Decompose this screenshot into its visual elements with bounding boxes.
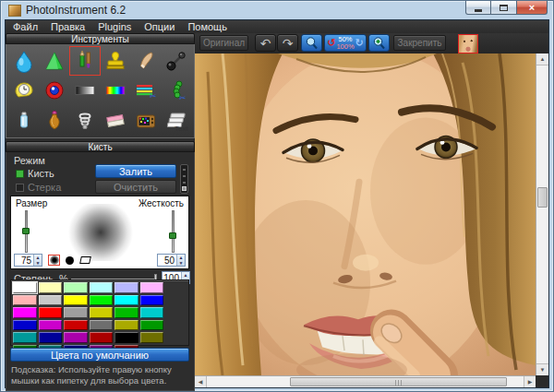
scroll-up-icon[interactable]: ▲ (536, 53, 548, 65)
clear-button[interactable]: Очистить (95, 180, 176, 194)
color-swatch[interactable] (39, 332, 63, 343)
brush-preview-blob (68, 204, 133, 261)
menu-item-3[interactable]: Опции (144, 21, 175, 32)
color-swatch[interactable] (64, 282, 88, 293)
scroll-down-icon[interactable]: ▼ (536, 363, 548, 375)
rect-brush-icon (79, 256, 91, 264)
color-swatch[interactable] (114, 307, 138, 318)
brush-panel-header: Кисть (6, 141, 195, 152)
color-swatch[interactable] (140, 320, 164, 331)
color-swatch[interactable] (13, 320, 37, 331)
default-colors-button[interactable]: Цвета по умолчанию (10, 348, 189, 362)
zoom-out-button[interactable] (301, 34, 322, 52)
glow-bulb-tool[interactable] (69, 106, 100, 136)
color-swatch[interactable] (13, 295, 37, 306)
color-swatch[interactable] (39, 320, 63, 331)
color-swatch[interactable] (140, 307, 164, 318)
size-slider[interactable] (22, 210, 30, 253)
zoom-in-button[interactable] (368, 34, 390, 52)
scroll-left-icon[interactable]: ◀ (195, 376, 207, 387)
color-swatch[interactable] (114, 320, 138, 331)
tools-grid: ✂ ✂ Text (6, 44, 195, 138)
title-bar[interactable]: PhotoInstrument 6.2 × (5, 1, 549, 19)
minimize-button[interactable] (465, 1, 491, 15)
menu-item-1[interactable]: Правка (51, 21, 85, 32)
rainbow-gradient-tool[interactable] (101, 76, 131, 105)
color-swatch[interactable] (64, 332, 88, 343)
vase-tool[interactable] (39, 106, 69, 136)
color-swatch[interactable] (13, 282, 37, 293)
eraser-mode-checkbox[interactable]: Стерка (16, 182, 61, 193)
color-swatch[interactable] (39, 282, 63, 293)
mini-slider-thumb[interactable] (182, 186, 187, 191)
cone-tool[interactable] (39, 46, 69, 76)
color-swatch[interactable] (114, 295, 138, 306)
blur-drop-tool[interactable] (8, 46, 39, 76)
opacity-mini-slider[interactable] (180, 164, 188, 194)
color-swatch[interactable] (114, 282, 138, 293)
red-eye-tool[interactable] (39, 76, 69, 105)
zoom-toggle-button[interactable]: ↺ 50% 100% ↻ (324, 34, 367, 52)
color-swatch[interactable] (13, 307, 37, 318)
color-swatch[interactable] (90, 320, 114, 331)
scroll-right-icon[interactable]: ▶ (524, 376, 536, 387)
rainbow-gradient-icon (103, 78, 127, 102)
color-swatch[interactable] (140, 295, 164, 306)
color-swatch[interactable] (90, 307, 114, 318)
color-swatch[interactable] (140, 282, 164, 293)
caterpillar-scissors-tool[interactable]: ✂ (162, 76, 192, 105)
denoise-tv-tool[interactable] (131, 106, 162, 136)
horizontal-scrollbar[interactable]: ◀ ▶ (195, 375, 536, 387)
color-swatch[interactable] (39, 307, 63, 318)
fill-button[interactable]: Залить (95, 164, 176, 178)
image-toolbar: Оригинал ↶ ↷ ↺ 50% 100% ↻ Закрепить (195, 33, 548, 53)
soft-brush-option[interactable] (48, 255, 60, 266)
zoom-forward-arrow-icon: ↻ (355, 37, 364, 49)
text-layers-tool[interactable]: Text (162, 106, 192, 136)
color-swatch[interactable] (13, 332, 37, 343)
close-button[interactable]: × (516, 1, 548, 15)
brush-mode-checkbox[interactable]: Кисть (16, 168, 54, 179)
app-window: PhotoInstrument 6.2 × ФайлПравкаPluginsО… (0, 0, 554, 392)
color-swatch[interactable] (90, 282, 114, 293)
brush-pencil-tool[interactable] (69, 46, 100, 76)
color-swatch[interactable] (90, 295, 114, 306)
liquify-clock-tool[interactable] (8, 76, 39, 105)
dumbbell-icon (164, 49, 188, 73)
redo-button[interactable]: ↷ (277, 34, 298, 52)
grayscale-gradient-tool[interactable] (69, 76, 100, 105)
color-swatch[interactable] (64, 320, 88, 331)
color-swatch[interactable] (114, 332, 138, 343)
maximize-button[interactable] (491, 1, 516, 15)
vertical-scrollbar[interactable]: ▲ ▼ (536, 53, 548, 375)
clone-dumbbell-tool[interactable] (162, 46, 192, 76)
app-icon (8, 5, 21, 17)
undo-button[interactable]: ↶ (255, 34, 276, 52)
hardness-spinbox[interactable]: 50 ▲▼ (157, 254, 186, 267)
stamp-tool[interactable] (101, 46, 131, 76)
menu-item-4[interactable]: Помощь (187, 21, 227, 32)
smudge-finger-tool[interactable] (131, 46, 162, 76)
hardness-slider[interactable] (169, 210, 177, 253)
color-swatch[interactable] (90, 332, 114, 343)
horizontal-scroll-thumb[interactable] (290, 377, 507, 386)
menu-item-2[interactable]: Plugins (98, 21, 131, 32)
glue-tube-tool[interactable] (8, 106, 39, 136)
eraser-tool[interactable] (101, 106, 131, 136)
hardness-slider-thumb[interactable] (169, 232, 176, 239)
vertical-scroll-thumb[interactable] (537, 187, 548, 208)
color-swatch[interactable] (64, 307, 88, 318)
rect-brush-option[interactable] (79, 255, 91, 266)
size-spinbox[interactable]: 75 ▲▼ (14, 254, 42, 267)
open-image-thumbnail[interactable] (458, 34, 478, 53)
menu-item-0[interactable]: Файл (13, 21, 38, 32)
stripes-scissors-tool[interactable]: ✂ (131, 76, 162, 105)
original-button[interactable]: Оригинал (199, 35, 248, 51)
hard-brush-option[interactable] (64, 255, 76, 266)
pin-button[interactable]: Закрепить (393, 35, 446, 51)
photo-canvas[interactable] (195, 53, 536, 375)
color-swatch[interactable] (140, 332, 164, 343)
color-swatch[interactable] (39, 295, 63, 306)
size-slider-thumb[interactable] (22, 228, 30, 234)
color-swatch[interactable] (64, 295, 88, 306)
